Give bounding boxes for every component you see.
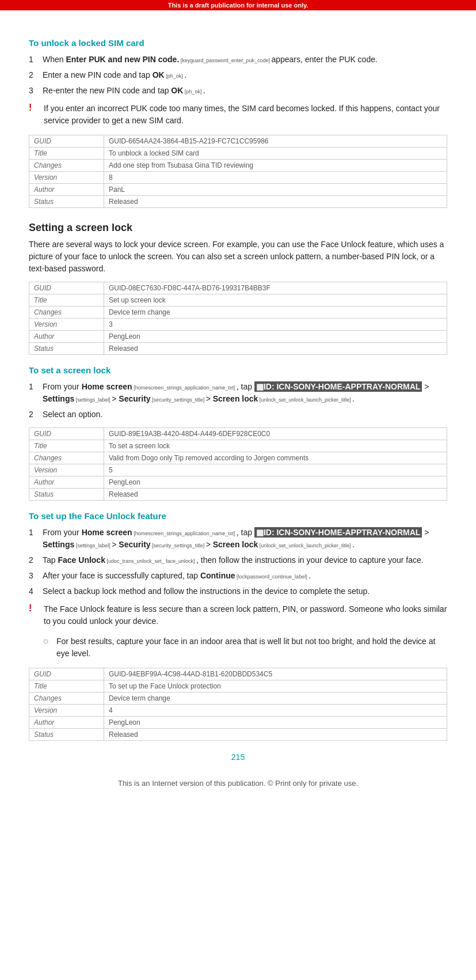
meta-label: Changes <box>29 307 104 319</box>
bold-text: Enter PUK and new PIN code. <box>66 55 179 64</box>
meta-row: Status Released <box>29 343 447 355</box>
label-ref: [settings_label] <box>74 397 112 403</box>
step-number: 2 <box>29 554 43 566</box>
step-text: Tap Face Unlock [udoc_trans_unlock_set_ … <box>43 554 447 566</box>
meta-row: Author PanL <box>29 184 447 196</box>
draft-banner: This is a draft publication for internal… <box>0 0 476 10</box>
step-number: 2 <box>29 69 43 81</box>
meta-row: Version 4 <box>29 705 447 717</box>
meta-value: Device term change <box>104 693 447 705</box>
section2-body: There are several ways to lock your devi… <box>29 239 447 275</box>
step-number: 1 <box>29 54 43 66</box>
step-text: Select an option. <box>43 408 447 421</box>
meta-row: Title Set up screen lock <box>29 294 447 307</box>
meta-value: 4 <box>104 705 447 717</box>
bold-text: OK <box>171 86 183 95</box>
label-ref: [homescreen_strings_application_name_txt… <box>132 385 237 391</box>
meta-row: Status Released <box>29 196 447 208</box>
step-text: Enter a new PIN code and tap OK [ph_ok] … <box>43 69 447 81</box>
meta-label: Status <box>29 489 104 501</box>
bold-text: Home screen <box>82 382 132 391</box>
bold-text: Settings <box>43 394 74 403</box>
meta-label: Title <box>29 294 104 307</box>
meta-value: 5 <box>104 464 447 476</box>
step-item: 3 Re-enter the new PIN code and tap OK [… <box>29 85 447 97</box>
meta-row: Status Released <box>29 489 447 501</box>
meta-label: Version <box>29 172 104 184</box>
bold-text: Screen lock <box>213 394 258 403</box>
meta-label: Changes <box>29 693 104 705</box>
meta-value: Valid from Dogo only Tip removed accordi… <box>104 452 447 464</box>
meta-label: Status <box>29 343 104 355</box>
meta-value: GUID-6654AA24-3864-4B15-A219-FC7C1CC9598… <box>104 135 447 147</box>
bold-text: Face Unlock <box>58 555 105 565</box>
meta-label: Author <box>29 717 104 729</box>
label-ref: [ph_ok] <box>165 73 185 79</box>
step-item: 1 From your Home screen [homescreen_stri… <box>29 527 447 551</box>
warning-icon: ! <box>29 603 39 614</box>
meta-row: Author PengLeon <box>29 331 447 343</box>
page-footer: This is an Internet version of this publ… <box>29 779 447 793</box>
section1-steps: 1 When Enter PUK and new PIN code. [keyg… <box>29 54 447 97</box>
section3-heading: To set a screen lock <box>29 365 447 375</box>
label-ref: [unlock_set_unlock_launch_picker_title] <box>258 397 352 403</box>
meta-row: Title To unblock a locked SIM card <box>29 147 447 160</box>
meta-label: GUID <box>29 668 104 680</box>
meta-value: Released <box>104 489 447 501</box>
meta-value: Released <box>104 196 447 208</box>
section-face-unlock: To set up the Face Unlock feature 1 From… <box>29 511 447 741</box>
meta-label: Version <box>29 319 104 331</box>
step-number: 2 <box>29 408 43 421</box>
bold-text: OK <box>153 70 165 80</box>
meta-label: Title <box>29 680 104 693</box>
meta-value: Set up screen lock <box>104 294 447 307</box>
label-ref: [unlock_set_unlock_launch_picker_title] <box>258 543 352 548</box>
meta-value: 3 <box>104 319 447 331</box>
step-text: From your Home screen [homescreen_string… <box>43 527 447 551</box>
label-ref: [security_settings_title] <box>151 397 206 403</box>
page-number: 215 <box>29 752 447 762</box>
step-text: Select a backup lock method and follow t… <box>43 585 447 597</box>
bold-text: Screen lock <box>213 540 258 549</box>
icon-highlight: ▦ID: ICN-SONY-HOME-APPTRAY-NORMAL <box>254 381 422 392</box>
meta-label: Author <box>29 476 104 489</box>
step-number: 4 <box>29 585 43 597</box>
warning-icon: ! <box>29 103 39 113</box>
label-ref: [udoc_trans_unlock_set_ face_unlock] <box>105 558 196 564</box>
label-ref: [ph_ok] <box>183 89 203 94</box>
tip-text: For best results, capture your face in a… <box>56 635 447 660</box>
meta-value: To set up the Face Unlock protection <box>104 680 447 693</box>
section4-tip: ☼ For best results, capture your face in… <box>41 635 447 660</box>
step-item: 2 Enter a new PIN code and tap OK [ph_ok… <box>29 69 447 81</box>
meta-row: Version 3 <box>29 319 447 331</box>
bold-text: Security <box>119 394 150 403</box>
step-item: 1 From your Home screen [homescreen_stri… <box>29 381 447 405</box>
section4-heading: To set up the Face Unlock feature <box>29 511 447 521</box>
meta-value: PanL <box>104 184 447 196</box>
meta-row: Version 5 <box>29 464 447 476</box>
meta-value: PengLeon <box>104 331 447 343</box>
step-item: 3 After your face is successfully captur… <box>29 570 447 582</box>
meta-label: Version <box>29 464 104 476</box>
meta-row: Title To set up the Face Unlock protecti… <box>29 680 447 693</box>
meta-row: Title To set a screen lock <box>29 440 447 452</box>
meta-value: To unblock a locked SIM card <box>104 147 447 160</box>
meta-row: Changes Valid from Dogo only Tip removed… <box>29 452 447 464</box>
meta-value: Released <box>104 729 447 741</box>
meta-row: Author PengLeon <box>29 717 447 729</box>
meta-label: Author <box>29 331 104 343</box>
label-ref: [settings_label] <box>74 543 112 548</box>
meta-row: Changes Device term change <box>29 693 447 705</box>
step-number: 1 <box>29 527 43 551</box>
meta-value: GUID-94EBF99A-4C98-44AD-81B1-620DBDD534C… <box>104 668 447 680</box>
section-set-screen-lock: To set a screen lock 1 From your Home sc… <box>29 365 447 501</box>
section4-steps: 1 From your Home screen [homescreen_stri… <box>29 527 447 597</box>
section-unlock-sim: To unlock a locked SIM card 1 When Enter… <box>29 38 447 208</box>
step-item: 4 Select a backup lock method and follow… <box>29 585 447 597</box>
step-number: 3 <box>29 85 43 97</box>
meta-value: Add one step from Tsubasa Gina TID revie… <box>104 160 447 172</box>
meta-row: GUID GUID-89E19A3B-4420-48D4-A449-6DEF92… <box>29 428 447 440</box>
label-ref: [homescreen_strings_application_name_txt… <box>132 531 237 536</box>
section1-heading: To unlock a locked SIM card <box>29 38 447 48</box>
icon-highlight: ▦ID: ICN-SONY-HOME-APPTRAY-NORMAL <box>254 527 422 538</box>
